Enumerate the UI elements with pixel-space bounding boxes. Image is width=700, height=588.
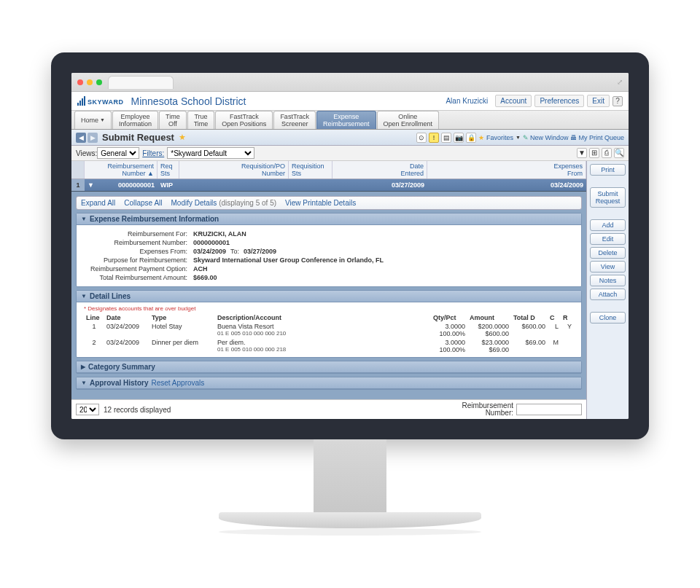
grid-footer: 20 12 records displayed Reimbursement Nu… <box>71 399 586 419</box>
filter-icon[interactable]: ▼ <box>577 148 587 158</box>
nav-back-icon[interactable]: ◀ <box>76 133 86 143</box>
category-summary-title: Category Summary <box>88 363 155 371</box>
purpose-value: Skyward International User Group Confere… <box>193 256 384 264</box>
notes-button[interactable]: Notes <box>590 275 626 286</box>
new-window-link[interactable]: ✎New Window <box>523 134 569 141</box>
star-icon: ★ <box>478 134 484 141</box>
expand-icon[interactable]: ⤢ <box>617 78 623 86</box>
view-printable-link[interactable]: View Printable Details <box>285 199 356 207</box>
search-icon[interactable]: 🔍 <box>614 148 624 158</box>
reset-approvals-link[interactable]: Reset Approvals <box>152 379 205 387</box>
tab-open-enrollment[interactable]: OnlineOpen Enrollment <box>377 111 440 129</box>
tab-expense-reimbursement[interactable]: ExpenseReimbursement <box>316 111 376 129</box>
nav-forward-icon[interactable]: ▶ <box>88 133 98 143</box>
from-label: Expenses From: <box>84 248 193 255</box>
page-size-select[interactable]: 20 <box>76 404 99 415</box>
lock-icon[interactable]: 🔒 <box>466 133 476 143</box>
tab-true-time[interactable]: TrueTime <box>187 111 215 129</box>
close-window-icon[interactable] <box>77 79 83 85</box>
tab-employee-info[interactable]: EmployeeInformation <box>112 111 158 129</box>
row-req-sts: WIP <box>158 179 179 191</box>
records-count: 12 records displayed <box>104 406 171 414</box>
chevron-down-icon: ▼ <box>516 135 521 140</box>
detail-actions: Expand All Collapse All Modify Details (… <box>76 196 582 210</box>
filters-row: Views: General Filters: *Skyward Default… <box>71 146 629 161</box>
num-value: 0000000001 <box>193 239 230 246</box>
camera-icon[interactable]: 📷 <box>454 133 464 143</box>
edit-button[interactable]: Edit <box>590 233 626 245</box>
col-requisition-sts[interactable]: Requisition Sts <box>289 161 332 179</box>
attach-button[interactable]: Attach <box>590 289 626 300</box>
for-label: Reimbursement For: <box>84 230 193 238</box>
account-link[interactable]: Account <box>495 95 532 107</box>
to-label: To: <box>230 248 239 255</box>
grid-row-selected[interactable]: 1 ▼ 0000000001 WIP 03/27/2009 03/24/2009 <box>71 179 586 192</box>
alert-icon[interactable]: ! <box>429 133 439 143</box>
search-input[interactable] <box>516 404 582 415</box>
tab-fasttrack-screener[interactable]: FastTrackScreener <box>273 111 316 129</box>
payopt-label: Reimbursement Payment Option: <box>84 265 193 273</box>
refresh-icon[interactable]: ⊙ <box>416 133 427 143</box>
expand-row-icon[interactable]: ▼ <box>85 179 95 191</box>
print-queue-link[interactable]: 🖶My Print Queue <box>570 134 624 141</box>
approval-history-title: Approval History <box>90 379 149 387</box>
app-header: SKYWARD Minnesota School District Alan K… <box>71 92 629 111</box>
tab-home[interactable]: Home ▼ <box>74 111 112 129</box>
filters-select[interactable]: *Skyward Default <box>167 147 254 159</box>
col-req-sts[interactable]: Req Sts <box>158 161 179 179</box>
payopt-value: ACH <box>193 265 208 273</box>
col-expenses-from[interactable]: Expenses From <box>427 161 586 179</box>
from-value: 03/24/2009 <box>193 248 226 255</box>
help-icon[interactable]: ? <box>612 96 623 106</box>
info-panel: ▼Expense Reimbursement Information Reimb… <box>76 213 582 287</box>
print-button[interactable]: Print <box>590 164 626 176</box>
detail-row[interactable]: 1 03/24/2009 Hotel Stay Buena Vista Reso… <box>84 322 574 338</box>
nav-tabs: Home ▼ EmployeeInformation TimeOff TrueT… <box>71 111 629 130</box>
favorite-star-icon[interactable]: ★ <box>179 133 186 142</box>
tab-fasttrack-positions[interactable]: FastTrackOpen Positions <box>215 111 273 129</box>
browser-tab[interactable] <box>108 76 174 89</box>
detail-lines-panel: ▼Detail Lines * Designates accounts that… <box>76 290 582 358</box>
browser-chrome: ⤢ <box>71 73 629 92</box>
col-requisition-po[interactable]: Requisition/PO Number <box>179 161 289 179</box>
category-summary-panel[interactable]: ▶Category Summary <box>76 361 582 374</box>
minimize-window-icon[interactable] <box>87 79 93 85</box>
clone-button[interactable]: Clone <box>590 312 626 324</box>
expand-icon[interactable]: ▶ <box>81 364 85 370</box>
favorites-menu[interactable]: Favorites <box>486 134 513 141</box>
col-date-entered[interactable]: Date Entered <box>332 161 427 179</box>
col-reimbursement-number[interactable]: Reimbursement Number ▲ <box>85 161 158 179</box>
row-reimb-no: 0000000001 <box>95 179 158 191</box>
delete-button[interactable]: Delete <box>590 247 626 259</box>
filters-link[interactable]: Filters: <box>142 149 164 157</box>
to-value: 03/27/2009 <box>244 248 276 255</box>
collapse-icon[interactable]: ▼ <box>81 293 87 299</box>
columns-icon[interactable]: ⊞ <box>589 148 599 158</box>
views-select[interactable]: General <box>97 147 139 159</box>
views-label: Views: <box>76 149 97 157</box>
district-name: Minnesota School District <box>131 95 246 107</box>
preferences-link[interactable]: Preferences <box>534 95 584 107</box>
collapse-icon[interactable]: ▼ <box>81 380 87 386</box>
total-value: $669.00 <box>193 274 217 281</box>
detail-row[interactable]: 2 03/24/2009 Dinner per diem Per diem.01… <box>84 338 574 354</box>
maximize-window-icon[interactable] <box>96 79 102 85</box>
view-button[interactable]: View <box>590 261 626 273</box>
detail-lines-table: Line Date Type Description/Account Qty/P… <box>84 313 574 354</box>
collapse-all-link[interactable]: Collapse All <box>124 199 162 207</box>
right-actions: Print SubmitRequest Add Edit Delete View… <box>586 161 629 419</box>
collapse-icon[interactable]: ▼ <box>81 216 87 222</box>
user-name[interactable]: Alan Kruzicki <box>441 95 492 106</box>
chevron-down-icon: ▼ <box>100 117 105 124</box>
over-budget-note: * Designates accounts that are over budg… <box>84 305 574 312</box>
exit-link[interactable]: Exit <box>587 95 610 107</box>
tab-time-off[interactable]: TimeOff <box>159 111 187 129</box>
approval-history-panel[interactable]: ▼Approval History Reset Approvals <box>76 377 582 390</box>
submit-request-button[interactable]: SubmitRequest <box>590 187 626 208</box>
export-icon[interactable]: ⎙ <box>602 148 612 158</box>
add-button[interactable]: Add <box>590 219 626 231</box>
expand-all-link[interactable]: Expand All <box>81 199 115 207</box>
for-value: KRUZICKI, ALAN <box>193 230 246 238</box>
modify-details-link[interactable]: Modify Details (displaying 5 of 5) <box>171 199 277 207</box>
notes-icon[interactable]: ▤ <box>441 133 451 143</box>
